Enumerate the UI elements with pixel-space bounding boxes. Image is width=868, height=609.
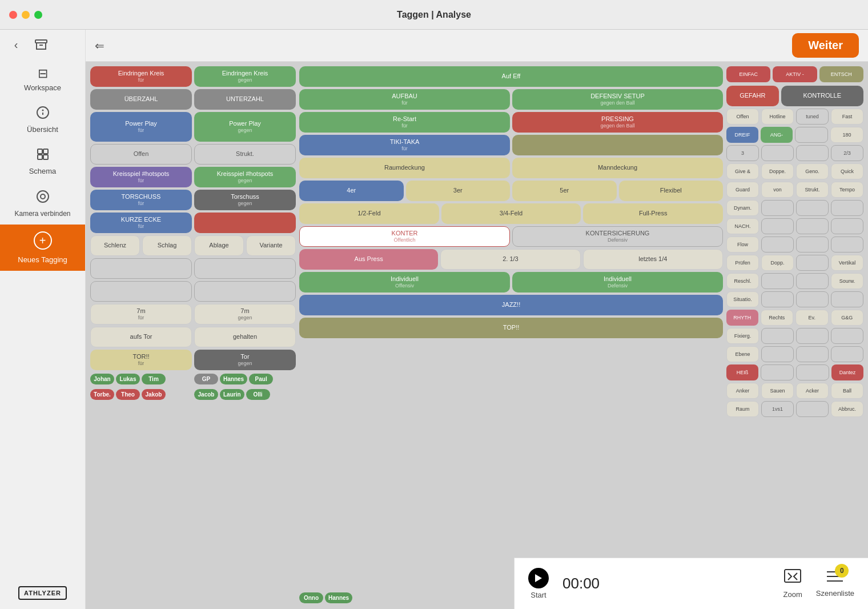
player-hannes[interactable]: Hannes <box>220 374 247 384</box>
tag-empty-r12[interactable] <box>831 237 863 253</box>
tag-180[interactable]: 180 <box>830 127 863 143</box>
sidebar-item-schema[interactable]: Schema <box>0 141 85 182</box>
tag-strukt-r[interactable]: Strukt. <box>796 182 829 198</box>
tag-entsch[interactable]: ENTSCH <box>819 66 863 82</box>
tag-empty-3[interactable] <box>194 258 296 279</box>
tag-give[interactable]: Give & <box>726 163 759 179</box>
tag-empty-r4[interactable] <box>761 200 794 216</box>
tag-4er[interactable]: 4er <box>299 181 404 201</box>
tag-empty-r16[interactable] <box>761 291 794 307</box>
tag-7m-gegen[interactable]: 7mgegen <box>194 304 296 324</box>
sidebar-item-overview[interactable]: Übersicht <box>0 99 85 141</box>
sidebar-item-workspace[interactable]: ⊟ Workspace <box>0 59 85 99</box>
tag-guard[interactable]: Guard <box>726 182 759 198</box>
minimize-button[interactable] <box>22 11 30 19</box>
tag-2-3[interactable]: 2/3 <box>831 145 863 161</box>
tag-ang[interactable]: ANG- <box>761 127 793 143</box>
tag-konter[interactable]: KONTERÖffentlich <box>299 226 510 247</box>
tag-empty-r14[interactable] <box>761 273 794 289</box>
maximize-button[interactable] <box>34 11 42 19</box>
tag-acker-r[interactable]: Acker <box>796 383 829 399</box>
tag-dynam[interactable]: Dynam. <box>726 200 759 216</box>
tag-empty-r15[interactable] <box>796 273 829 289</box>
tag-tiki-taka[interactable]: TIKI-TAKAfür <box>299 135 510 155</box>
zoom-icon[interactable] <box>783 568 802 588</box>
tag-sauen[interactable]: Sauen <box>761 383 794 399</box>
tag-schlenz[interactable]: Schlenz <box>90 235 140 256</box>
tag-kontrolle[interactable]: KONTROLLE <box>781 86 864 106</box>
tag-schlag[interactable]: Schlag <box>142 235 192 256</box>
tag-unterzahl[interactable]: UNTERZAHL <box>194 89 296 110</box>
tag-ueberzahl[interactable]: ÜBERZAHL <box>90 89 192 110</box>
tag-auf-eff[interactable]: Auf Eff <box>299 66 723 87</box>
tag-empty-1[interactable] <box>90 258 192 279</box>
tag-ebene[interactable]: Ebene <box>726 346 759 362</box>
player-theo[interactable]: Theo <box>116 389 140 400</box>
tag-abbruc[interactable]: Abbruc. <box>831 401 863 417</box>
tag-hotline[interactable]: Hotline <box>761 109 794 125</box>
tag-aufbau[interactable]: AUFBAUfür <box>299 89 510 110</box>
tag-kurze-ecke-fuer[interactable]: KURZE ECKEfür <box>90 213 192 233</box>
tag-aus-press[interactable]: Aus Press <box>299 249 438 270</box>
tag-power-play-fuer[interactable]: Power Playfür <box>90 112 192 142</box>
tag-raum[interactable]: Raum <box>726 401 759 417</box>
tag-dopp-r[interactable]: Dopp. <box>761 255 794 271</box>
tag-empty-r5[interactable] <box>796 200 829 216</box>
tag-empty-r22[interactable] <box>761 346 794 362</box>
tag-von[interactable]: von <box>761 182 794 198</box>
tag-tiki-gegen[interactable] <box>512 135 723 155</box>
tag-doppe[interactable]: Doppe. <box>761 163 794 179</box>
back-button[interactable]: ⇐ <box>95 39 105 53</box>
tag-heis[interactable]: HEIß <box>726 364 758 380</box>
back-icon[interactable]: ‹ <box>7 35 25 54</box>
tag-kreisspiel-fuer[interactable]: Kreisspiel #hotspotsfür <box>90 167 192 187</box>
tag-empty-r23[interactable] <box>796 346 829 362</box>
tag-manndeckung[interactable]: Manndeckung <box>512 158 723 178</box>
tag-gefahr[interactable]: GEFAHR <box>726 86 779 106</box>
tag-3er[interactable]: 3er <box>406 181 511 201</box>
tag-full-press[interactable]: Full-Press <box>583 203 723 224</box>
tag-fixierg[interactable]: Fixierg. <box>726 328 759 344</box>
player-jacob[interactable]: Jacob <box>194 389 218 400</box>
tag-quick[interactable]: Quick <box>831 163 863 179</box>
tag-ball[interactable]: Ball <box>831 383 863 399</box>
tag-prufen[interactable]: Prüfen <box>726 255 759 271</box>
tag-eindringen-kreis-fuer[interactable]: Eindringen Kreisfür <box>90 66 192 87</box>
tag-empty-r9[interactable] <box>831 218 863 234</box>
tag-eindringen-kreis-gegen[interactable]: Eindringen Kreisgegen <box>194 66 296 87</box>
player-gp[interactable]: GP <box>194 374 218 384</box>
tag-empty-r11[interactable] <box>796 237 829 253</box>
player-olli[interactable]: Olli <box>246 389 270 400</box>
tag-torschuss-fuer[interactable]: TORSCHUSSfür <box>90 190 192 210</box>
tag-nach[interactable]: NACH. <box>726 218 759 234</box>
tag-aufs-tor[interactable]: aufs Tor <box>90 327 192 347</box>
tag-dantez[interactable]: Dantez <box>831 364 863 380</box>
tag-strukt[interactable]: Strukt. <box>194 144 296 165</box>
tag-offen-r[interactable]: Offen <box>726 109 759 125</box>
player-johan[interactable]: Johan <box>90 374 114 384</box>
tag-empty-r26[interactable] <box>796 364 829 380</box>
tag-7m-fuer[interactable]: 7mfür <box>90 304 192 324</box>
tag-top[interactable]: TOP!! <box>299 318 723 338</box>
tag-empty-4[interactable] <box>194 281 296 302</box>
tag-empty-r21[interactable] <box>831 328 863 344</box>
tag-flexibel[interactable]: Flexibel <box>619 181 724 201</box>
tag-3r[interactable]: 3 <box>726 145 759 161</box>
tag-pressing[interactable]: PRESSINGgegen den Ball <box>512 112 723 133</box>
tag-einfac[interactable]: EINFAC <box>726 66 770 82</box>
tag-variante[interactable]: Variante <box>246 235 296 256</box>
player-torbe[interactable]: Torbe. <box>90 389 114 400</box>
tag-individuell-defensiv[interactable]: IndividuellDefensiv <box>512 272 723 293</box>
tag-empty-r3[interactable] <box>796 145 829 161</box>
tag-2-drittel[interactable]: 2. 1/3 <box>440 249 580 270</box>
tag-empty-r25[interactable] <box>761 364 794 380</box>
tag-anker[interactable]: Anker <box>726 383 759 399</box>
tag-rechts[interactable]: Rechts <box>761 310 794 326</box>
tag-kurze-ecke-gegen[interactable] <box>194 213 296 233</box>
tag-dreif[interactable]: DREIF <box>726 127 758 143</box>
tag-empty-r27[interactable] <box>796 401 829 417</box>
tag-tuned[interactable]: tuned <box>796 109 829 125</box>
player-tim[interactable]: Tim <box>142 374 166 384</box>
tag-raumdeckung[interactable]: Raumdeckung <box>299 158 510 178</box>
player-jakob[interactable]: Jakob <box>142 389 166 400</box>
